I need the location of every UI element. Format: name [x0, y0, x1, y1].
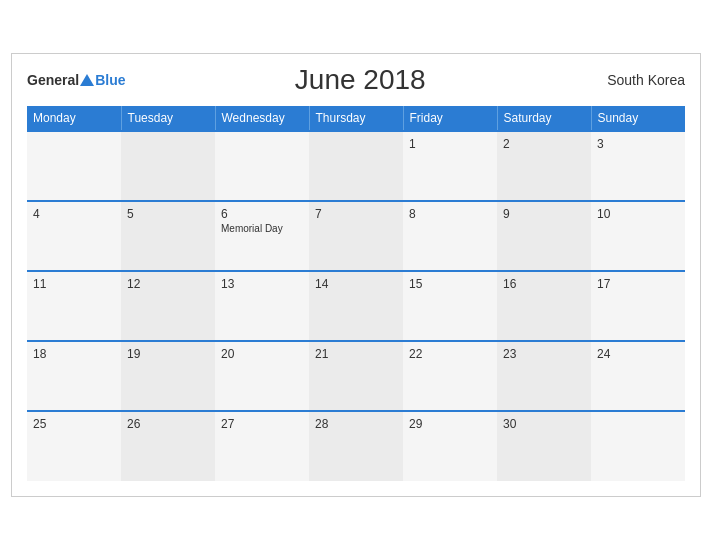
calendar-cell: 27	[215, 411, 309, 481]
day-number: 12	[127, 277, 209, 291]
logo: General Blue	[27, 72, 125, 88]
calendar-cell: 28	[309, 411, 403, 481]
calendar-week-row: 456Memorial Day78910	[27, 201, 685, 271]
calendar-cell: 26	[121, 411, 215, 481]
day-number: 20	[221, 347, 303, 361]
day-number: 1	[409, 137, 491, 151]
day-number: 26	[127, 417, 209, 431]
calendar-cell	[309, 131, 403, 201]
calendar-cell: 17	[591, 271, 685, 341]
calendar-cell: 14	[309, 271, 403, 341]
day-number: 28	[315, 417, 397, 431]
day-number: 6	[221, 207, 303, 221]
calendar-cell	[591, 411, 685, 481]
calendar-cell: 24	[591, 341, 685, 411]
calendar-week-row: 18192021222324	[27, 341, 685, 411]
calendar-week-row: 123	[27, 131, 685, 201]
calendar-cell: 2	[497, 131, 591, 201]
calendar-cell: 6Memorial Day	[215, 201, 309, 271]
calendar-cell: 5	[121, 201, 215, 271]
calendar-cell: 16	[497, 271, 591, 341]
calendar-week-row: 252627282930	[27, 411, 685, 481]
calendar-cell: 9	[497, 201, 591, 271]
weekday-header-thursday: Thursday	[309, 106, 403, 131]
calendar-cell	[27, 131, 121, 201]
calendar-cell: 7	[309, 201, 403, 271]
day-number: 19	[127, 347, 209, 361]
calendar-cell: 22	[403, 341, 497, 411]
day-number: 30	[503, 417, 585, 431]
weekday-header-wednesday: Wednesday	[215, 106, 309, 131]
day-number: 14	[315, 277, 397, 291]
day-number: 4	[33, 207, 115, 221]
weekday-header-saturday: Saturday	[497, 106, 591, 131]
day-number: 25	[33, 417, 115, 431]
day-number: 29	[409, 417, 491, 431]
day-number: 13	[221, 277, 303, 291]
calendar-cell: 18	[27, 341, 121, 411]
holiday-label: Memorial Day	[221, 223, 303, 234]
calendar-header: General Blue June 2018 South Korea	[27, 64, 685, 96]
logo-blue-text: Blue	[95, 72, 125, 88]
calendar-cell: 12	[121, 271, 215, 341]
calendar-cell: 10	[591, 201, 685, 271]
day-number: 7	[315, 207, 397, 221]
calendar-week-row: 11121314151617	[27, 271, 685, 341]
calendar-country: South Korea	[595, 72, 685, 88]
weekday-header-friday: Friday	[403, 106, 497, 131]
calendar-cell: 30	[497, 411, 591, 481]
day-number: 18	[33, 347, 115, 361]
calendar-cell: 23	[497, 341, 591, 411]
logo-general-text: General	[27, 72, 79, 88]
weekday-header-monday: Monday	[27, 106, 121, 131]
calendar-cell: 25	[27, 411, 121, 481]
logo-triangle-icon	[80, 74, 94, 86]
weekday-header-sunday: Sunday	[591, 106, 685, 131]
day-number: 21	[315, 347, 397, 361]
calendar-cell: 13	[215, 271, 309, 341]
calendar-cell: 8	[403, 201, 497, 271]
day-number: 22	[409, 347, 491, 361]
day-number: 9	[503, 207, 585, 221]
day-number: 3	[597, 137, 679, 151]
calendar-grid: MondayTuesdayWednesdayThursdayFridaySatu…	[27, 106, 685, 481]
day-number: 5	[127, 207, 209, 221]
calendar-cell: 20	[215, 341, 309, 411]
weekday-header-tuesday: Tuesday	[121, 106, 215, 131]
calendar-container: General Blue June 2018 South Korea Monda…	[11, 53, 701, 497]
day-number: 24	[597, 347, 679, 361]
calendar-cell: 21	[309, 341, 403, 411]
calendar-cell: 15	[403, 271, 497, 341]
day-number: 11	[33, 277, 115, 291]
calendar-cell: 29	[403, 411, 497, 481]
day-number: 15	[409, 277, 491, 291]
calendar-cell	[215, 131, 309, 201]
day-number: 2	[503, 137, 585, 151]
day-number: 8	[409, 207, 491, 221]
day-number: 27	[221, 417, 303, 431]
calendar-cell: 1	[403, 131, 497, 201]
day-number: 16	[503, 277, 585, 291]
day-number: 10	[597, 207, 679, 221]
calendar-cell	[121, 131, 215, 201]
day-number: 17	[597, 277, 679, 291]
calendar-cell: 19	[121, 341, 215, 411]
calendar-cell: 11	[27, 271, 121, 341]
calendar-cell: 3	[591, 131, 685, 201]
calendar-cell: 4	[27, 201, 121, 271]
weekday-header-row: MondayTuesdayWednesdayThursdayFridaySatu…	[27, 106, 685, 131]
calendar-title: June 2018	[125, 64, 595, 96]
day-number: 23	[503, 347, 585, 361]
